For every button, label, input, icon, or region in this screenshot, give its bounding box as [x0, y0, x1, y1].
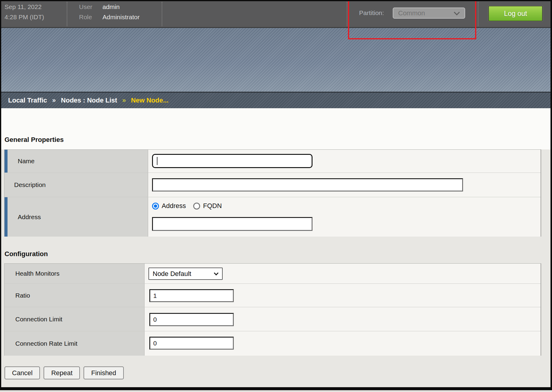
name-row-value-cell: [148, 150, 541, 173]
description-row-value-cell: [148, 173, 541, 197]
connection-rate-limit-label-cell: Connection Rate Limit: [5, 331, 145, 356]
repeat-button[interactable]: Repeat: [44, 366, 80, 379]
address-radio-selected[interactable]: [152, 203, 159, 210]
header-date: Sep 11, 2022: [5, 3, 41, 11]
breadcrumb-separator-icon: »: [122, 96, 126, 104]
address-label: Address: [18, 213, 41, 221]
general-properties-title: General Properties: [5, 136, 64, 144]
connection-rate-limit-value-cell: [145, 331, 541, 356]
description-row-label-cell: Description: [5, 173, 148, 197]
logout-button[interactable]: Log out: [488, 6, 543, 21]
health-monitors-selected-value: Node Default: [153, 270, 191, 278]
breadcrumb: Local Traffic » Nodes : Node List » New …: [0, 92, 552, 108]
address-input[interactable]: [152, 217, 313, 231]
table-row: Address Address FQDN: [5, 197, 541, 237]
health-monitors-label: Health Monitors: [15, 270, 59, 277]
table-row: Health Monitors Node Default: [5, 264, 541, 284]
finished-button[interactable]: Finished: [84, 366, 124, 379]
screenshot-border: [550, 0, 552, 390]
health-monitors-value-cell: Node Default: [145, 264, 541, 283]
required-field-marker: [5, 150, 8, 173]
connection-limit-label-cell: Connection Limit: [5, 307, 145, 331]
ratio-label-cell: Ratio: [5, 284, 145, 307]
header-separator: [347, 2, 347, 26]
address-row-value-cell: Address FQDN: [148, 197, 541, 237]
configuration-table: Health Monitors Node Default Ratio Conne…: [4, 263, 541, 356]
header-time: 4:28 PM (IDT): [5, 14, 44, 21]
description-label: Description: [14, 181, 46, 188]
table-row: Name: [5, 150, 541, 173]
top-header-bar: Sep 11, 2022 4:28 PM (IDT) User admin Ro…: [0, 0, 552, 28]
breadcrumb-separator-icon: »: [52, 96, 56, 104]
general-properties-table: Name Description Address Add: [4, 149, 541, 237]
screenshot-border: [0, 0, 1, 390]
table-row: Connection Rate Limit: [5, 331, 541, 356]
table-row: Description: [5, 173, 541, 197]
address-radio-label[interactable]: Address: [162, 202, 186, 210]
breadcrumb-current-page: New Node...: [131, 96, 169, 104]
connection-limit-value-cell: [145, 307, 541, 331]
address-row-label-cell: Address: [5, 197, 148, 237]
health-monitors-label-cell: Health Monitors: [5, 264, 145, 283]
screenshot-border: [0, 390, 552, 392]
user-label: User: [79, 3, 92, 11]
screenshot-border: [0, 0, 552, 1]
partition-select[interactable]: Common: [393, 8, 465, 19]
partition-selected-value: Common: [398, 9, 425, 17]
health-monitors-select[interactable]: Node Default: [148, 268, 223, 280]
required-field-marker: [5, 197, 8, 237]
text-cursor: [157, 157, 157, 165]
partition-label: Partition:: [359, 9, 384, 17]
table-row: Ratio: [5, 284, 541, 307]
header-separator: [67, 2, 67, 26]
fqdn-radio[interactable]: [193, 203, 200, 210]
name-label: Name: [18, 158, 35, 165]
role-label: Role: [79, 14, 92, 21]
address-type-radio-group: Address FQDN: [152, 202, 222, 210]
name-row-label-cell: Name: [5, 150, 148, 173]
connection-limit-label: Connection Limit: [15, 316, 62, 323]
ratio-label: Ratio: [15, 292, 30, 299]
connection-rate-limit-label: Connection Rate Limit: [15, 340, 78, 347]
configuration-title: Configuration: [5, 250, 48, 258]
content-area-top: [1, 108, 550, 149]
description-input[interactable]: [152, 178, 463, 191]
bigip-new-node-page: Sep 11, 2022 4:28 PM (IDT) User admin Ro…: [0, 0, 552, 392]
chevron-down-icon: [214, 271, 219, 276]
ratio-input[interactable]: [149, 289, 234, 302]
role-value: Administrator: [102, 14, 140, 21]
header-separator: [478, 2, 478, 26]
connection-rate-limit-input[interactable]: [149, 337, 234, 350]
table-row: Connection Limit: [5, 307, 541, 331]
banner-stripe-area: [0, 28, 552, 92]
ratio-value-cell: [145, 284, 541, 307]
name-input[interactable]: [152, 154, 313, 168]
header-separator: [162, 2, 162, 26]
user-value: admin: [102, 3, 120, 11]
breadcrumb-node-list[interactable]: Nodes : Node List: [61, 96, 117, 104]
connection-limit-input[interactable]: [149, 313, 234, 326]
fqdn-radio-label[interactable]: FQDN: [203, 202, 222, 210]
form-action-buttons: Cancel Repeat Finished: [5, 366, 124, 379]
cancel-button[interactable]: Cancel: [5, 366, 40, 379]
screenshot-border: [0, 387, 552, 390]
breadcrumb-local-traffic[interactable]: Local Traffic: [8, 96, 47, 104]
chevron-down-icon: [454, 9, 460, 15]
